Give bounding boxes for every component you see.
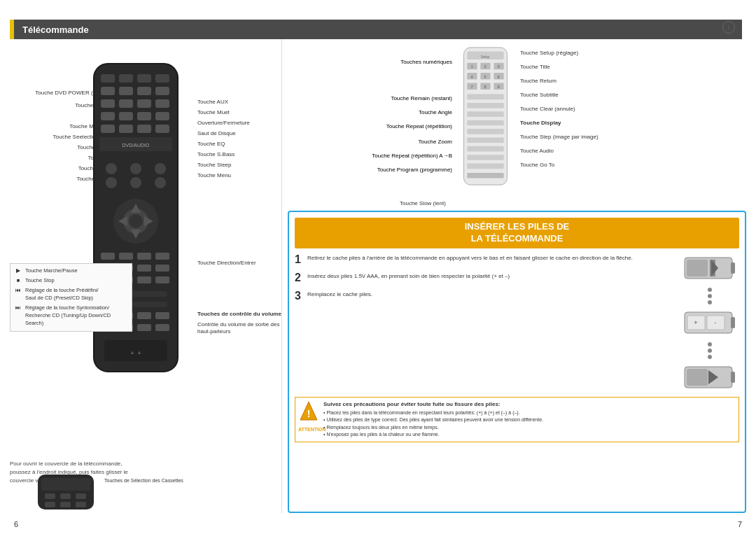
label-title: Touche Title	[520, 64, 550, 70]
preset-icon: ⏮	[13, 286, 23, 295]
battery-steps-area: 1 Retirez le cache piles à l'arrière de …	[295, 254, 673, 393]
attention-box: ! ATTENTION Suivez ces précautions pour …	[295, 397, 739, 442]
svg-rect-92	[467, 120, 503, 126]
svg-rect-8	[155, 87, 169, 95]
svg-rect-112	[687, 369, 708, 386]
svg-text:7: 7	[470, 85, 472, 89]
svg-text:DVD/AUDIO: DVD/AUDIO	[122, 143, 150, 148]
battery-images: + -	[680, 254, 739, 393]
svg-text:Setup: Setup	[481, 55, 490, 59]
label-setup-reglage: Touche Setup (réglage)	[520, 50, 578, 56]
label-display: Touche Display	[520, 120, 561, 126]
svg-rect-64	[76, 493, 86, 499]
label-controle-sortie: Contrôle du volume de sortie deshaut-par…	[197, 321, 279, 336]
svg-rect-1	[101, 74, 115, 83]
svg-rect-47	[155, 276, 169, 283]
svg-rect-101	[687, 260, 708, 276]
svg-point-23	[106, 163, 117, 174]
legend-row-play: ▶ Touche Marche/Pause	[13, 267, 129, 275]
label-program: Touche Program (programme)	[377, 167, 452, 173]
remote-control-svg: DVD/AUDIO	[80, 60, 192, 382]
label-angle: Touche Angle	[419, 109, 452, 115]
label-return: Touche Return	[520, 78, 556, 84]
svg-text:6: 6	[497, 75, 499, 79]
svg-point-24	[130, 163, 141, 174]
svg-rect-97	[467, 164, 503, 169]
battery-img-2: + -	[683, 309, 736, 338]
svg-rect-6	[119, 87, 133, 95]
label-remain: Touche Remain (restant)	[391, 95, 452, 101]
svg-rect-57	[155, 324, 169, 331]
svg-rect-18	[119, 125, 133, 133]
svg-rect-5	[101, 87, 115, 95]
left-panel: Touche DVD POWER (MARCHE DVD) Touche TUN…	[10, 39, 276, 513]
label-touches-numeriques: Touches numériques	[400, 59, 452, 65]
battery-step-2: 2 Insérez deux piles 1.5V AAA, en prenan…	[295, 272, 673, 283]
label-sleep: Touche Sleep	[197, 162, 231, 168]
svg-rect-98	[467, 173, 503, 178]
svg-text:!: !	[307, 408, 311, 419]
battery-content: 1 Retirez le cache piles à l'arrière de …	[295, 254, 739, 393]
svg-point-35	[129, 214, 143, 228]
label-audio: Touche Audio	[520, 148, 554, 154]
svg-rect-37	[119, 253, 133, 260]
svg-rect-61	[41, 478, 90, 491]
svg-rect-63	[60, 493, 71, 499]
svg-rect-4	[155, 74, 169, 83]
svg-rect-100	[731, 262, 735, 274]
attention-content: Suivez ces précautions pour éviter toute…	[323, 400, 543, 439]
stop-icon: ■	[13, 276, 23, 285]
svg-point-27	[130, 177, 141, 188]
label-sbass: Touche S.Bass	[197, 151, 234, 157]
label-aux: Touche AUX	[197, 99, 228, 105]
svg-rect-38	[137, 253, 151, 260]
label-direction: Touche Direction/Entrer	[197, 260, 256, 266]
svg-rect-36	[101, 253, 115, 260]
svg-rect-111	[731, 372, 735, 383]
svg-rect-9	[101, 99, 115, 108]
label-zoom: Touche Zoom	[419, 139, 452, 145]
svg-rect-15	[137, 112, 151, 120]
svg-rect-56	[137, 324, 151, 331]
label-clear-annule: Touche Clear (annule)	[520, 106, 575, 112]
label-repeat: Touche Repeat (répétition)	[386, 123, 452, 129]
battery-title: INSÉRER LES PILES DE LA TÉLÉCOMMANDE	[295, 218, 739, 248]
icon-legend: ▶ Touche Marche/Pause ■ Touche Stop ⏮ Ré…	[10, 263, 132, 332]
svg-rect-93	[467, 129, 503, 134]
svg-text:+: +	[694, 319, 697, 326]
svg-point-26	[106, 177, 117, 188]
label-ouverture: Ouverture/Fermeture	[197, 120, 250, 126]
svg-text:8: 8	[484, 85, 486, 89]
svg-text:5: 5	[484, 75, 486, 79]
svg-rect-16	[155, 112, 169, 120]
svg-rect-14	[119, 112, 133, 120]
svg-text:4: 4	[470, 75, 472, 79]
legend-tune-text: Réglage de la touche Syntonisation/Reche…	[25, 304, 129, 328]
page-icon: i	[722, 21, 735, 34]
svg-rect-12	[155, 99, 169, 108]
label-controle-volume: Touches de contrôle du volume	[197, 311, 281, 317]
svg-rect-96	[467, 155, 503, 160]
label-muet: Touche Muet	[197, 109, 230, 115]
svg-rect-53	[155, 312, 169, 319]
tune-icon: ⏭	[13, 304, 23, 312]
legend-row-preset: ⏮ Réglage de la touche Prédéfini/Saut de…	[13, 286, 129, 302]
svg-point-25	[155, 163, 166, 174]
battery-img-1	[683, 254, 736, 283]
svg-rect-19	[137, 125, 151, 133]
svg-rect-89	[467, 94, 503, 100]
svg-rect-95	[467, 146, 503, 152]
svg-rect-42	[137, 265, 151, 272]
svg-rect-62	[45, 493, 55, 499]
legend-row-tune: ⏭ Réglage de la touche Syntonisation/Rec…	[13, 304, 129, 328]
play-icon: ▶	[13, 267, 23, 275]
page-number-left: 6	[14, 520, 18, 528]
svg-text:2: 2	[484, 64, 486, 69]
panel-divider	[281, 39, 282, 513]
svg-rect-46	[137, 276, 151, 283]
label-menu: Touche Menu	[197, 172, 231, 178]
label-step: Touche Step (image par image)	[520, 134, 598, 140]
svg-rect-13	[101, 112, 115, 120]
svg-rect-11	[137, 99, 151, 108]
main-content: Touche DVD POWER (MARCHE DVD) Touche TUN…	[10, 39, 746, 513]
